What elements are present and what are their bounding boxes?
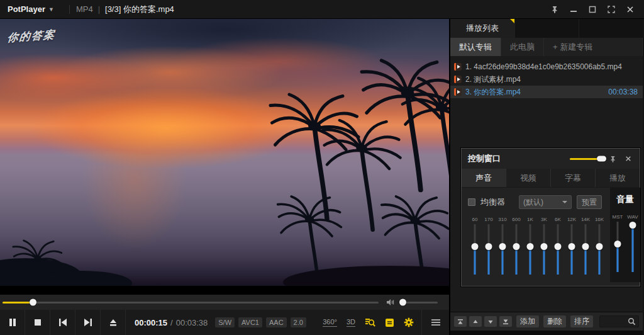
settings-gear-icon[interactable] — [404, 317, 414, 327]
eq-slider-14k[interactable] — [579, 222, 592, 276]
stop-button[interactable] — [25, 310, 50, 335]
minimize-button[interactable] — [566, 3, 581, 16]
tab-playlist[interactable]: 播放列表 — [450, 19, 514, 38]
browse-search-icon[interactable] — [365, 317, 375, 327]
playlist-item[interactable]: 2. 测试素材.mp4 — [450, 73, 643, 86]
video-3d-button[interactable]: 3D — [347, 318, 355, 327]
eq-slider-16k[interactable] — [592, 222, 606, 276]
tab-default-album[interactable]: 默认专辑 — [450, 38, 501, 56]
seekbar[interactable] — [3, 302, 379, 304]
delete-button[interactable]: 删除 — [543, 315, 566, 327]
eq-band-labels: 60170 310600 1K3K 6K12K 14K16K — [468, 217, 606, 222]
add-button[interactable]: 添加 — [516, 315, 539, 327]
panel-bottom-strip — [450, 331, 643, 335]
eq-slider-3k[interactable] — [537, 222, 551, 276]
menu-button[interactable] — [421, 310, 449, 335]
sort-button[interactable]: 排序 — [570, 315, 593, 327]
eq-slider-6k[interactable] — [551, 222, 565, 276]
item-name: 3. 你的答案.mp4 — [465, 87, 521, 98]
eject-button[interactable] — [101, 310, 126, 335]
titlebar: PotPlayer ▼ MP4 | [3/3] 你的答案.mp4 — [0, 0, 644, 19]
video-360-button[interactable]: 360° — [323, 318, 337, 327]
codec-badges: S/W AVC1 AAC 2.0 — [215, 317, 306, 327]
time-display: 00:00:15 / 00:03:38 — [135, 318, 208, 327]
previous-button[interactable] — [50, 310, 75, 335]
badge-channels: 2.0 — [291, 317, 306, 327]
move-bottom-button[interactable] — [499, 316, 512, 327]
next-button[interactable] — [75, 310, 101, 335]
tab-subtitles[interactable]: 字幕 — [551, 169, 596, 187]
preset-dropdown[interactable]: (默认) — [519, 195, 572, 209]
playlist-toggle-icon[interactable] — [385, 318, 394, 327]
move-up-button[interactable] — [469, 316, 482, 327]
maximize-button[interactable] — [585, 3, 600, 16]
eq-slider-170[interactable] — [482, 222, 496, 276]
empty-tab-slot — [514, 19, 579, 38]
transport-bar: 00:00:15 / 00:03:38 S/W AVC1 AAC 2.0 360… — [0, 310, 449, 335]
control-window-title: 控制窗口 — [468, 153, 501, 164]
app-name: PotPlayer — [8, 4, 45, 14]
item-duration: 00:03:38 — [608, 88, 638, 96]
badge-video-codec: AVC1 — [238, 317, 262, 327]
eq-slider-12k[interactable] — [565, 222, 579, 276]
playlist-search-input[interactable] — [599, 315, 639, 327]
tab-this-pc[interactable]: 此电脑 — [501, 38, 544, 56]
equalizer-label: 均衡器 — [480, 196, 505, 208]
item-name: 2. 测试素材.mp4 — [465, 74, 521, 85]
panel-tab-row: 播放列表 — [450, 19, 643, 38]
video-frame[interactable]: 你的答案 — [0, 19, 449, 286]
palm-trees-silhouette — [0, 19, 449, 286]
volume-label: 音量 — [616, 194, 634, 205]
potplayer-window: PotPlayer ▼ MP4 | [3/3] 你的答案.mp4 — [0, 0, 644, 335]
media-file-icon — [454, 88, 462, 96]
eq-slider-60[interactable] — [468, 222, 482, 276]
titlebar-divider — [69, 5, 70, 14]
tab-audio[interactable]: 声音 — [462, 169, 506, 187]
eq-slider-310[interactable] — [496, 222, 509, 276]
volume-slider[interactable] — [400, 302, 438, 304]
app-menu-button[interactable]: PotPlayer ▼ — [0, 4, 63, 14]
player-area: 你的答案 — [0, 19, 450, 335]
time-separator: / — [170, 318, 173, 327]
playlist-tab-label: 播放列表 — [466, 23, 499, 34]
playlist-items: 1. 4acf26de99b38d4e1c0e9b2635006ab5.mp4 … — [450, 60, 643, 98]
move-top-button[interactable] — [454, 316, 467, 327]
volume-panel: 音量 MST WAV — [610, 188, 640, 282]
pin-icon[interactable] — [547, 3, 562, 16]
tab-video[interactable]: 视频 — [506, 169, 551, 187]
empty-tab-slot — [579, 19, 643, 38]
wave-volume-slider[interactable] — [625, 220, 640, 274]
preset-button[interactable]: 预置 — [577, 195, 602, 209]
master-volume-slider[interactable] — [610, 220, 625, 274]
eq-slider-600[interactable] — [509, 222, 523, 276]
eq-sliders — [468, 222, 606, 276]
pause-button[interactable] — [0, 310, 25, 335]
fullscreen-button[interactable] — [604, 3, 619, 16]
playlist-panel: 播放列表 默认专辑 此电脑 + 新建专辑 1. 4acf26de99b38d4e… — [450, 19, 643, 335]
playlist-item[interactable]: 1. 4acf26de99b38d4e1c0e9b2635006ab5.mp4 — [450, 60, 643, 73]
tab-playback[interactable]: 播放 — [596, 169, 640, 187]
playlist-item-selected[interactable]: 3. 你的答案.mp4 00:03:38 — [450, 86, 643, 98]
control-window: 控制窗口 声音 视频 字幕 播放 — [461, 148, 640, 287]
pin-icon[interactable] — [608, 156, 618, 162]
equalizer-checkbox[interactable] — [468, 198, 475, 206]
time-current: 00:00:15 — [135, 318, 167, 327]
badge-audio-codec: AAC — [266, 317, 287, 327]
tab-new-album[interactable]: + 新建专辑 — [544, 38, 643, 56]
window-title: [3/3] 你的答案.mp4 — [105, 4, 174, 15]
seek-row — [0, 295, 449, 310]
badge-render: S/W — [215, 317, 235, 327]
close-icon[interactable] — [623, 156, 633, 162]
opacity-slider[interactable] — [570, 158, 602, 160]
control-window-tabs: 声音 视频 字幕 播放 — [462, 169, 640, 188]
preset-value: (默认) — [523, 197, 543, 208]
chevron-down-icon: ▼ — [48, 6, 54, 13]
album-tab-row: 默认专辑 此电脑 + 新建专辑 — [450, 38, 643, 56]
speaker-icon[interactable] — [386, 298, 395, 306]
media-file-icon — [454, 63, 462, 71]
close-button[interactable] — [623, 3, 638, 16]
move-down-button[interactable] — [484, 316, 497, 327]
playlist-footer: 添加 删除 排序 — [450, 312, 643, 331]
eq-slider-1k[interactable] — [523, 222, 537, 276]
codec-badge: MP4 — [76, 4, 93, 14]
